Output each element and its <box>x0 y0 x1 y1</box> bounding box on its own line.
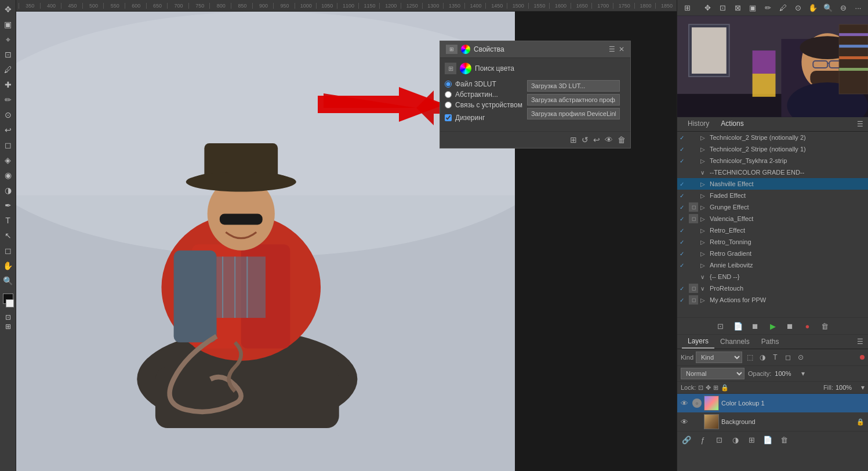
tool-zoom[interactable]: 🔍 <box>1 274 15 288</box>
action-item-1[interactable]: ✓ ▷ Technicolor_2 Stripe (notionally 1) <box>677 143 868 155</box>
layer-mask-icon[interactable]: ⊡ <box>713 434 725 445</box>
rtool-transform[interactable]: ⊠ <box>731 1 744 14</box>
action-play[interactable]: ▶ <box>767 320 779 332</box>
rtool-brush[interactable]: ✏ <box>761 1 774 14</box>
layer-item-background[interactable]: 👁 Background 🔒 <box>677 412 868 431</box>
tool-dodge[interactable]: ◑ <box>1 183 15 197</box>
action-item-12[interactable]: ∨ {-- END --} <box>677 271 868 282</box>
tool-shape[interactable]: ◻ <box>1 244 15 258</box>
layer-new-icon[interactable]: 📄 <box>762 434 773 445</box>
layer-filter-adjust[interactable]: ◑ <box>757 352 768 363</box>
rtool-zoom-out[interactable]: ⊖ <box>837 1 849 14</box>
properties-menu-icon[interactable]: ☰ <box>609 45 615 53</box>
tool-extra2[interactable]: ⊞ <box>5 323 11 331</box>
kind-select[interactable]: Kind <box>696 352 742 363</box>
action-item-2[interactable]: ✓ ▷ Technicolor_Tsykhra 2-strip <box>677 155 868 166</box>
dropdown-3dlut[interactable]: Загрузка 3D LUT... <box>527 80 620 92</box>
rtool-move[interactable]: ✥ <box>701 1 714 14</box>
action-item-14[interactable]: ✓ ◻ ▷ My Actions for PPW <box>677 294 868 306</box>
action-record[interactable]: ⏹ <box>785 320 796 332</box>
opacity-value[interactable]: 100% <box>775 370 798 377</box>
tool-gradient[interactable]: ◈ <box>1 153 15 167</box>
radio-abstract[interactable]: Абстрактин... <box>445 90 522 99</box>
rtool-icon1[interactable]: ⊞ <box>681 1 693 14</box>
fill-dropdown-arrow[interactable]: ▾ <box>861 383 865 392</box>
tool-select-rect[interactable]: ▣ <box>1 17 15 31</box>
action-new-action[interactable]: 📄 <box>732 320 744 332</box>
layer-group-icon[interactable]: ⊞ <box>746 434 757 445</box>
lock-artboard-icon[interactable]: ⊞ <box>713 384 718 392</box>
actions-menu-icon[interactable]: ☰ <box>857 120 863 128</box>
properties-close-icon[interactable]: ✕ <box>619 45 624 53</box>
action-delete[interactable]: ⏹ <box>750 320 761 332</box>
action-item-6[interactable]: ✓ ◻ ▷ Grunge Effect <box>677 201 868 213</box>
tool-blur[interactable]: ◉ <box>1 168 15 182</box>
action-item-10[interactable]: ✓ ▷ Retro Gradient <box>677 248 868 259</box>
tool-hand[interactable]: ✋ <box>1 259 15 273</box>
lock-position-icon[interactable]: ✥ <box>706 384 711 392</box>
tool-eyedropper[interactable]: 🖊 <box>1 63 15 77</box>
layer-filter-type[interactable]: T <box>770 352 780 363</box>
layer-link-icon[interactable]: 🔗 <box>681 434 692 445</box>
footer-icon-delete[interactable]: 🗑 <box>618 135 626 144</box>
footer-icon-eye[interactable]: 👁 <box>605 135 613 144</box>
layer-eye-color-lookup[interactable]: 👁 <box>681 399 690 408</box>
action-item-0[interactable]: ✓ ▷ Technicolor_2 Stripe (notionally 2) <box>677 132 868 143</box>
tool-path-select[interactable]: ↖ <box>1 229 15 242</box>
tab-actions[interactable]: Actions <box>715 117 749 131</box>
rtool-eyedropper[interactable]: 🖊 <box>776 1 789 14</box>
action-item-5[interactable]: ✓ ▷ Faded Effect <box>677 190 868 201</box>
action-item-11[interactable]: ✓ ▷ Annie Leibovitz <box>677 259 868 271</box>
rtool-dots[interactable]: ··· <box>852 1 865 14</box>
layer-filter-smart[interactable]: ⊙ <box>796 352 806 363</box>
radio-device-input[interactable] <box>445 102 452 108</box>
tab-history[interactable]: History <box>682 117 715 131</box>
layer-eye-background[interactable]: 👁 <box>681 418 690 426</box>
dropdown-abstract[interactable]: Загрузка абстрактного проф... <box>527 94 620 106</box>
dropdown-devicelink[interactable]: Загрузка профиля DeviceLink... <box>527 108 620 119</box>
rtool-hand[interactable]: ✋ <box>807 1 819 14</box>
radio-abstract-input[interactable] <box>445 91 452 98</box>
action-item-7[interactable]: ✓ ◻ ▷ Valencia_Effect <box>677 213 868 224</box>
tool-history-brush[interactable]: ↩ <box>1 123 15 137</box>
radio-3dlut[interactable]: Файл 3DLUT <box>445 80 522 88</box>
fill-value[interactable]: 100% <box>836 384 859 391</box>
tool-pen[interactable]: ✒ <box>1 198 15 212</box>
tab-layers[interactable]: Layers <box>682 335 714 349</box>
layer-filter-pixel[interactable]: ⬚ <box>744 352 755 363</box>
radio-device[interactable]: Связь с устройством <box>445 101 522 109</box>
layer-item-color-lookup[interactable]: 👁 ○ Color Lookup 1 <box>677 394 868 412</box>
layer-adjustment-icon[interactable]: ◑ <box>729 434 741 445</box>
rtool-mask[interactable]: ▣ <box>746 1 759 14</box>
footer-icon-2[interactable]: ↺ <box>582 135 589 144</box>
action-stop[interactable]: ● <box>802 320 813 332</box>
tab-paths[interactable]: Paths <box>756 335 785 348</box>
action-new-set[interactable]: ⊡ <box>715 320 727 332</box>
radio-3dlut-input[interactable] <box>445 81 452 88</box>
action-trash[interactable]: 🗑 <box>819 320 831 332</box>
rtool-stamp[interactable]: ⊙ <box>791 1 804 14</box>
action-item-3[interactable]: ∨ --TECHNICOLOR GRADE END-- <box>677 166 868 178</box>
tool-stamp[interactable]: ⊙ <box>1 108 15 122</box>
dithering-checkbox[interactable] <box>445 114 452 121</box>
layer-delete-icon[interactable]: 🗑 <box>778 434 790 445</box>
tool-brush[interactable]: ✏ <box>1 93 15 107</box>
tool-move[interactable]: ✥ <box>1 2 15 16</box>
tool-type[interactable]: T <box>1 213 15 227</box>
rtool-select-rect[interactable]: ⊡ <box>716 1 729 14</box>
tool-eraser[interactable]: ◻ <box>1 138 15 152</box>
lock-pixel-icon[interactable]: ⊡ <box>698 384 703 392</box>
tool-healing[interactable]: ✚ <box>1 78 15 92</box>
footer-icon-1[interactable]: ⊞ <box>570 135 577 144</box>
blend-mode-select[interactable]: Normal Multiply Screen Overlay <box>681 368 744 379</box>
tool-lasso[interactable]: ⌖ <box>1 32 15 46</box>
opacity-dropdown-arrow[interactable]: ▾ <box>801 369 805 378</box>
tool-extra1[interactable]: ⊡ <box>5 313 11 321</box>
action-item-4[interactable]: ✓ ▷ Nashville Effect <box>677 178 868 190</box>
action-item-8[interactable]: ✓ ▷ Retro_Effect <box>677 224 868 236</box>
rtool-zoom[interactable]: 🔍 <box>822 1 834 14</box>
layers-menu-icon[interactable]: ☰ <box>857 338 863 346</box>
footer-icon-3[interactable]: ↩ <box>593 135 600 144</box>
action-item-13[interactable]: ✓ ◻ ∨ ProRetouch <box>677 282 868 294</box>
action-item-9[interactable]: ✓ ▷ Retro_Tonning <box>677 236 868 248</box>
